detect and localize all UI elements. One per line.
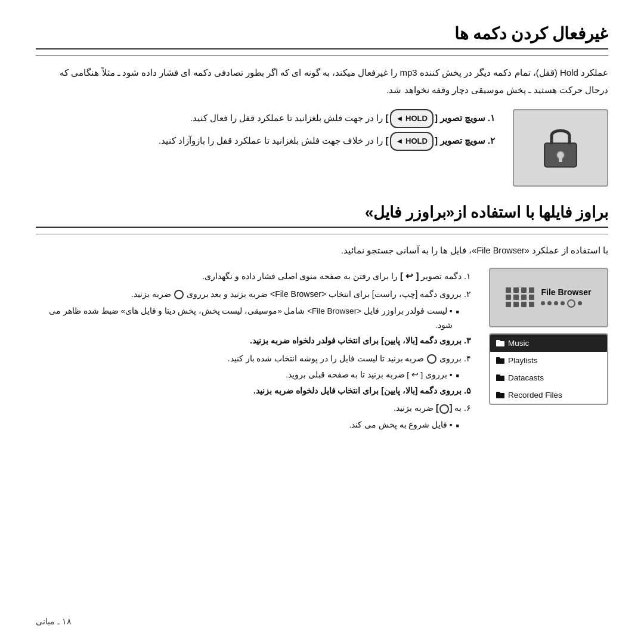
fb-screenshot-inner: File Browser xyxy=(506,287,591,308)
fb-dots-grid xyxy=(506,287,535,307)
hold-badge-1: ◄ HOLD xyxy=(390,109,434,128)
fb-dot xyxy=(506,295,511,300)
svg-rect-2 xyxy=(559,157,562,162)
fb-step-5: ۵. برروی دگمه [بالا، پایین] برای انتخاب … xyxy=(36,383,471,399)
fb-dot xyxy=(513,295,519,300)
section1-title: غیرفعال کردن دکمه ها xyxy=(36,24,608,49)
lock-illustration-box xyxy=(513,109,608,187)
fb-step-4-sub: ▪ برروی [ ↩ ] ضربه بزنید تا به صفحه قبلی… xyxy=(36,368,471,382)
page-footer: ١٨ ـ مبانی xyxy=(36,617,608,626)
section-2: براوز فایلها با استفاده از«براوزر فایل» … xyxy=(36,203,608,432)
fb-dot xyxy=(529,302,534,307)
fb-circle-icon xyxy=(567,299,575,308)
fb-dots-line xyxy=(541,299,582,308)
fb-step-6-sub: ▪ فایل شروع به پخش می کند. xyxy=(36,418,471,432)
fb-step-4: ۴. برروی ضربه بزنید تا لیست فایل را در پ… xyxy=(36,351,471,367)
fb-steps: ۱. دگمه تصویر [ ↩ ] را برای رفتن به صفحه… xyxy=(36,268,471,433)
folder-icon xyxy=(496,340,504,346)
fb-dot xyxy=(521,302,527,307)
circle-button-icon-3 xyxy=(439,404,449,414)
fb-step-2: ۲. برروی دگمه [چپ، راست] برای انتخاب <Fi… xyxy=(36,286,471,302)
hold-instructions: ۱. سویچ تصویر [◄ HOLD] را در جهت فلش بلغ… xyxy=(36,109,495,154)
fb-dot xyxy=(513,302,519,307)
file-browser-intro: با استفاده از عملکرد «File Browser»، فای… xyxy=(36,243,608,259)
fb-dot xyxy=(513,287,519,293)
fb-label-text: File Browser xyxy=(541,287,591,297)
fb-step-6: ۶. به [] ضربه بزنید. xyxy=(36,400,471,416)
fb-menu-item-datacasts: Datacasts xyxy=(490,369,607,386)
fb-left-panel: File Browser xyxy=(489,268,608,405)
fb-dot xyxy=(521,295,527,300)
section2-title: براوز فایلها با استفاده از«براوزر فایل» xyxy=(36,203,608,228)
section-1: غیرفعال کردن دکمه ها عملکرد Hold (قفل)، … xyxy=(36,24,608,187)
folder-icon xyxy=(496,392,504,398)
fb-menu-item-playlists: Playlists xyxy=(490,352,607,369)
lock-illustration-row: ۱. سویچ تصویر [◄ HOLD] را در جهت فلش بلغ… xyxy=(36,109,608,187)
hold-step-1: ۱. سویچ تصویر [◄ HOLD] را در جهت فلش بلغ… xyxy=(36,109,495,128)
folder-icon xyxy=(496,374,504,381)
fb-dot xyxy=(529,287,534,293)
fb-dot xyxy=(506,287,511,293)
fb-step-2-sub: ▪ لیست فولدر براوزر فایل <File Browser> … xyxy=(36,304,471,333)
circle-button-icon xyxy=(174,290,184,299)
fb-menu-item-music: Music xyxy=(490,335,607,352)
hold-step-2: ۲. سویچ تصویر [◄ HOLD] را در خلاف جهت فل… xyxy=(36,132,495,151)
fb-label-area: File Browser xyxy=(541,287,591,308)
file-browser-area: File Browser xyxy=(36,268,608,433)
fb-step-1: ۱. دگمه تصویر [ ↩ ] را برای رفتن به صفحه… xyxy=(36,268,471,285)
fb-menu-box: Music Playlists Datacasts Recorded Files xyxy=(489,333,608,405)
circle-button-icon-2 xyxy=(427,354,436,364)
fb-dot-small xyxy=(547,301,552,305)
fb-step-3: ۳. برروی دگمه [بالا، پایین] برای انتخاب … xyxy=(36,333,471,349)
fb-screenshot-box: File Browser xyxy=(489,268,608,327)
hold-badge-2: ◄ HOLD xyxy=(390,132,434,151)
page-number: ١٨ ـ مبانی xyxy=(36,617,72,626)
fb-dot xyxy=(506,302,511,307)
lock-icon xyxy=(540,124,581,172)
fb-dot xyxy=(521,287,527,293)
fb-dot-small xyxy=(541,301,545,305)
page: غیرفعال کردن دکمه ها عملکرد Hold (قفل)، … xyxy=(0,0,644,644)
section1-intro: عملکرد Hold (قفل)، تمام دکمه دیگر در پخش… xyxy=(36,64,608,98)
fb-menu-item-recorded: Recorded Files xyxy=(490,386,607,404)
fb-dot xyxy=(529,295,534,300)
fb-dot-small xyxy=(578,301,582,305)
folder-icon xyxy=(496,357,504,364)
fb-dot-small xyxy=(561,301,565,305)
fb-dot-small xyxy=(554,301,558,305)
